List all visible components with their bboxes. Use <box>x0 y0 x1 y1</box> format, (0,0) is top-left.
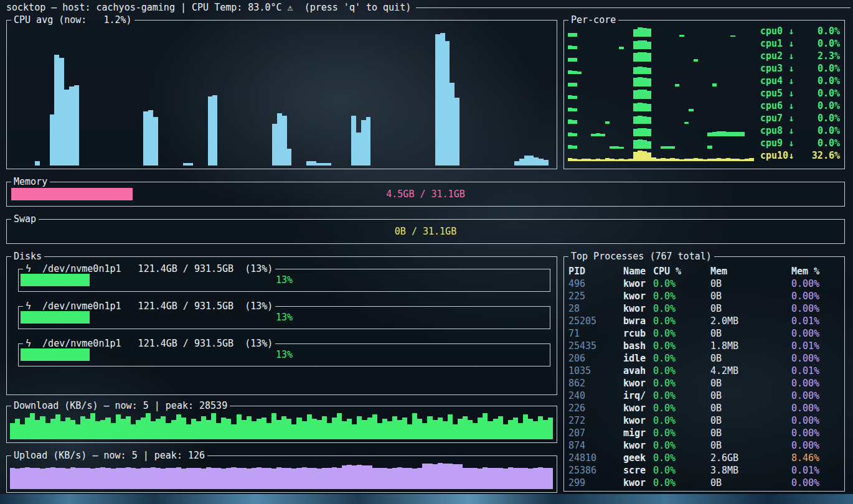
process-row[interactable]: 496 kwor 0.0% 0B 0.00% <box>568 278 840 290</box>
chart-bar <box>707 159 712 161</box>
core-label: cpu0 ↓ <box>760 26 794 37</box>
chart-bar <box>136 420 141 439</box>
process-mem: 3.8MB <box>710 464 791 477</box>
process-name: migr <box>623 427 653 439</box>
process-cpu: 0.0% <box>653 402 710 414</box>
chart-bar <box>166 423 171 439</box>
process-mem: 0B <box>710 427 791 439</box>
process-mempct: 0.00% <box>791 402 842 414</box>
chart-bar <box>176 467 181 489</box>
chart-bar <box>647 29 651 37</box>
chart-bar <box>473 423 478 439</box>
chart-bar <box>633 41 638 49</box>
chart-bar <box>572 46 577 49</box>
chart-bar <box>55 414 60 439</box>
process-row[interactable]: 299 kwor 0.0% 0B 0.00% <box>568 477 840 489</box>
core-label-group: cpu1 ↓ 0.0% <box>760 38 840 49</box>
disks-panel-border-title: Disks <box>7 250 557 263</box>
chart-bar <box>670 146 674 148</box>
chart-bar <box>628 159 633 161</box>
chart-bar <box>463 468 468 489</box>
core-history-chart <box>568 151 754 161</box>
chart-bar <box>221 469 226 489</box>
process-cpu: 0.0% <box>653 290 710 302</box>
chart-bar <box>327 423 332 439</box>
disk-usage-percent: 13% <box>19 348 550 361</box>
core-row: cpu6 ↓ 0.0% <box>568 100 840 112</box>
chart-bar <box>543 468 548 489</box>
chart-bar <box>647 68 651 74</box>
chart-bar <box>352 424 357 439</box>
process-row[interactable]: 206 idle 0.0% 0B 0.00% <box>568 352 840 365</box>
chart-bar <box>372 414 377 439</box>
core-row: cpu0 ↓ 0.0% <box>568 25 840 37</box>
process-row[interactable]: 71 rcub 0.0% 0B 0.00% <box>568 327 840 340</box>
chart-bar <box>538 416 543 439</box>
core-row: cpu4 ↓ 0.0% <box>568 75 840 87</box>
chart-bar <box>45 423 50 439</box>
process-row[interactable]: 25435 bash 0.0% 1.8MB 0.01% <box>568 340 840 352</box>
chart-bar <box>111 469 116 489</box>
process-row[interactable]: 24810 geek 0.0% 2.6GB 8.46% <box>568 452 840 464</box>
wallpaper-strip <box>0 494 853 504</box>
chart-bar <box>666 159 670 161</box>
memory-title: Memory <box>11 176 50 187</box>
chart-bar <box>651 157 656 161</box>
chart-bar <box>427 416 432 439</box>
chart-bar <box>20 468 25 489</box>
disk-label: ϟ /dev/nvme0n1p1 121.4GB / 931.5GB (13%) <box>23 263 275 274</box>
chart-bar <box>201 416 206 439</box>
process-row[interactable]: 240 irq/ 0.0% 0B 0.00% <box>568 390 840 402</box>
chart-bar <box>615 146 619 148</box>
process-row[interactable]: 25205 bwra 0.0% 2.0MB 0.01% <box>568 315 840 327</box>
chart-bar <box>568 145 572 148</box>
process-row[interactable]: 28 kwor 0.0% 0B 0.00% <box>568 302 840 315</box>
chart-bar <box>638 116 642 123</box>
core-row: cpu1 ↓ 0.0% <box>568 37 840 50</box>
chart-bar <box>302 421 307 439</box>
process-name: kwor <box>623 302 653 315</box>
chart-bar <box>201 469 206 489</box>
chart-bar <box>483 413 488 439</box>
chart-bar <box>643 67 647 74</box>
chart-bar <box>596 159 600 161</box>
chart-bar <box>60 468 65 489</box>
chart-bar <box>257 419 262 439</box>
process-row[interactable]: 225 kwor 0.0% 0B 0.00% <box>568 290 840 302</box>
chart-bar <box>291 469 296 489</box>
process-row[interactable]: 207 migr 0.0% 0B 0.00% <box>568 427 840 439</box>
chart-bar <box>638 52 642 62</box>
chart-bar <box>638 90 642 99</box>
chart-bar <box>377 423 382 439</box>
chart-bar <box>508 467 513 489</box>
chart-bar <box>508 420 513 439</box>
chart-bar <box>610 159 614 161</box>
disk-row: ϟ /dev/nvme0n1p1 121.4GB / 931.5GB (13%)… <box>18 306 550 329</box>
process-row[interactable]: 226 kwor 0.0% 0B 0.00% <box>568 402 840 414</box>
chart-bar <box>50 467 55 489</box>
chart-bar <box>749 158 753 161</box>
chart-bar <box>684 159 689 161</box>
chart-bar <box>75 468 80 489</box>
per-core-panel-border-title: Per-core <box>564 14 844 26</box>
process-row[interactable]: 25386 scre 0.0% 3.8MB 0.01% <box>568 464 840 477</box>
chart-bar <box>322 416 327 439</box>
process-row[interactable]: 862 kwor 0.0% 0B 0.00% <box>568 377 840 390</box>
chart-bar <box>638 40 642 49</box>
core-history-chart <box>568 113 754 124</box>
cpu-avg-history-chart <box>10 27 554 166</box>
chart-bar <box>528 469 533 489</box>
core-history-chart <box>568 101 754 111</box>
disk-row: ϟ /dev/nvme0n1p1 121.4GB / 931.5GB (13%)… <box>18 269 550 292</box>
chart-bar <box>582 159 586 161</box>
process-row[interactable]: 874 kwor 0.0% 0B 0.00% <box>568 439 840 452</box>
chart-bar <box>412 413 417 439</box>
chart-bar <box>572 96 577 99</box>
chart-bar <box>721 159 725 161</box>
chart-bar <box>196 421 201 439</box>
process-row[interactable]: 272 kwor 0.0% 0B 0.00% <box>568 414 840 427</box>
process-mem: 0B <box>710 414 791 427</box>
core-label: cpu7 ↓ <box>760 113 794 124</box>
process-row[interactable]: 1035 avah 0.0% 4.2MB 0.01% <box>568 365 840 377</box>
chart-bar <box>136 469 141 489</box>
